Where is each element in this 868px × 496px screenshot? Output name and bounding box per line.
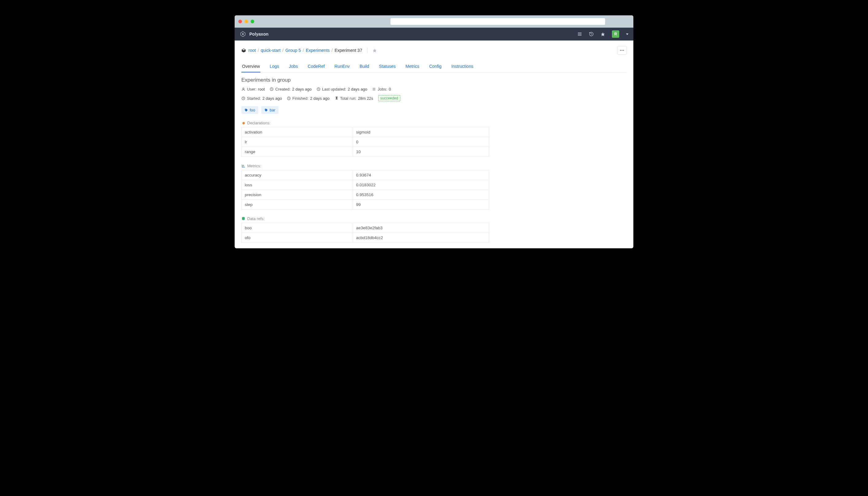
svg-point-9 [620, 50, 621, 51]
logo-icon [240, 31, 246, 37]
meta-updated: Last updated: 2 days ago [317, 87, 367, 91]
tab-jobs[interactable]: Jobs [288, 61, 299, 73]
status-badge: succeeded [378, 95, 400, 101]
tab-logs[interactable]: Logs [269, 61, 279, 73]
declarations-label: Declarations: [241, 121, 627, 125]
bookmark-toggle[interactable] [372, 48, 377, 53]
url-bar[interactable] [390, 18, 605, 25]
svg-line-18 [318, 89, 319, 90]
meta-row-1: User: root Created: 2 days ago Last upda… [241, 87, 627, 91]
meta-started: Started: 2 days ago [241, 96, 282, 101]
key-cell: precision [242, 190, 353, 200]
titlebar [235, 15, 633, 28]
crumb-current: Experiment 37 [335, 48, 362, 53]
traffic-lights [238, 20, 254, 23]
key-cell: activation [242, 127, 353, 137]
key-cell: ofo [242, 233, 353, 243]
app-header: Polyaxon R [235, 28, 633, 41]
meta-row-2: Started: 2 days ago Finished: 2 days ago… [241, 95, 627, 101]
breadcrumb-row: root/ quick-start/ Group 5/ Experiments/… [241, 46, 627, 55]
menu-icon[interactable] [577, 32, 582, 36]
metrics-label: Metrics: [241, 164, 627, 168]
minimize-window-button[interactable] [244, 20, 248, 23]
page-title: Experiments in group [241, 77, 627, 83]
value-cell: 0.953516 [353, 190, 489, 200]
crumb-quick-start[interactable]: quick-start [261, 48, 280, 53]
value-cell: sigmoid [353, 127, 489, 137]
gear-icon [241, 121, 245, 125]
key-cell: range [242, 147, 353, 157]
clock-icon [287, 96, 291, 100]
meta-user: User: root [241, 87, 265, 91]
value-cell: acbd18db4cc2 [353, 233, 489, 243]
tag-icon [264, 108, 268, 112]
tabs: OverviewLogsJobsCodeRefRunEnvBuildStatus… [241, 61, 627, 73]
meta-jobs: Jobs: 0 [372, 87, 391, 91]
svg-marker-7 [601, 32, 605, 36]
header-actions: R [577, 30, 628, 38]
value-cell: 99 [353, 200, 489, 210]
svg-marker-8 [373, 48, 377, 52]
metric-row: precision0.953516 [242, 190, 489, 200]
star-icon[interactable] [600, 32, 605, 36]
app-window: Polyaxon R root/ quick-start/ Group 5/ E… [235, 15, 633, 248]
metric-row: loss0.0183022 [242, 180, 489, 190]
svg-point-1 [242, 33, 243, 35]
metric-row: step99 [242, 200, 489, 210]
tab-runenv[interactable]: RunEnv [334, 61, 351, 73]
tab-overview[interactable]: Overview [241, 61, 260, 73]
tags-row: foobar [241, 106, 627, 114]
clock-icon [270, 87, 274, 91]
meta-finished: Finished: 2 days ago [287, 96, 329, 101]
svg-point-10 [622, 50, 623, 51]
declaration-row: range10 [242, 147, 489, 157]
user-menu-caret[interactable] [626, 33, 628, 35]
svg-line-15 [272, 89, 272, 90]
declaration-row: activationsigmoid [242, 127, 489, 137]
close-window-button[interactable] [238, 20, 242, 23]
data-ref-row: booae3e83e2fab3 [242, 223, 489, 233]
value-cell: 10 [353, 147, 489, 157]
chart-icon [241, 164, 245, 168]
more-actions-button[interactable] [617, 46, 627, 55]
tab-statuses[interactable]: Statuses [379, 61, 396, 73]
avatar[interactable]: R [612, 30, 619, 38]
maximize-window-button[interactable] [251, 20, 254, 23]
data-ref-row: ofoacbd18db4cc2 [242, 233, 489, 243]
key-cell: loss [242, 180, 353, 190]
crumb-experiments[interactable]: Experiments [306, 48, 330, 53]
history-icon[interactable] [589, 32, 594, 36]
tab-coderef[interactable]: CodeRef [307, 61, 325, 73]
tag-foo[interactable]: foo [241, 106, 258, 114]
tag-bar[interactable]: bar [261, 106, 278, 114]
brand-name: Polyaxon [250, 32, 268, 36]
crumb-root[interactable]: root [248, 48, 256, 53]
svg-line-24 [243, 98, 244, 98]
breadcrumb: root/ quick-start/ Group 5/ Experiments/… [248, 48, 362, 53]
metric-row: accuracy0.93674 [242, 170, 489, 180]
value-cell: ae3e83e2fab3 [353, 223, 489, 233]
tab-instructions[interactable]: Instructions [451, 61, 474, 73]
tag-icon [244, 108, 248, 112]
data-refs-table: booae3e83e2fab3ofoacbd18db4cc2 [241, 223, 489, 243]
svg-line-27 [289, 98, 290, 98]
list-icon [372, 87, 376, 91]
meta-total-run: Total run: 28m 22s [335, 96, 373, 101]
key-cell: lr [242, 137, 353, 147]
meta-created: Created: 2 days ago [270, 87, 311, 91]
database-icon [241, 217, 245, 221]
svg-point-12 [243, 88, 244, 89]
brand[interactable]: Polyaxon [240, 31, 268, 37]
tab-build[interactable]: Build [359, 61, 370, 73]
declaration-row: lr0 [242, 137, 489, 147]
key-cell: step [242, 200, 353, 210]
box-icon [241, 48, 246, 53]
key-cell: accuracy [242, 170, 353, 180]
value-cell: 0.0183022 [353, 180, 489, 190]
crumb-group[interactable]: Group 5 [285, 48, 301, 53]
clock-icon [241, 96, 245, 100]
tab-config[interactable]: Config [429, 61, 442, 73]
tab-metrics[interactable]: Metrics [405, 61, 420, 73]
data-refs-label: Data refs: [241, 216, 627, 221]
clock-icon [317, 87, 321, 91]
